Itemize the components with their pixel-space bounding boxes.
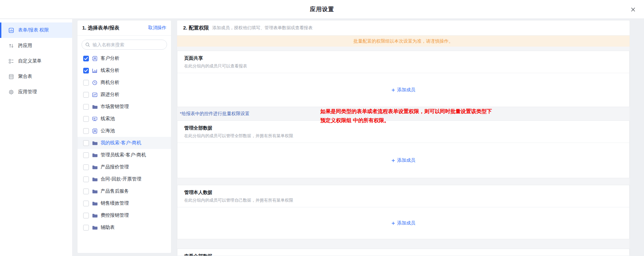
checkbox-unchecked[interactable] [83, 201, 89, 206]
clock-icon [92, 80, 98, 86]
checkbox-unchecked[interactable] [83, 213, 89, 218]
sidebar-item-label: 跨应用 [18, 43, 32, 49]
add-member-button[interactable]: 添加成员 [391, 157, 415, 163]
form-list-panel: 1. 选择表单/报表 取消操作 客户分析线索分析商机分析跟进分析市场营销管理线索… [77, 20, 171, 253]
section-description: 在此分组内的成员只可以查看报表 [184, 63, 623, 69]
permission-section-header: 页面共享在此分组内的成员只可以查看报表 [177, 51, 629, 73]
permission-sections: 页面共享在此分组内的成员只可以查看报表添加成员*给报表中的控件进行批量权限设置管… [177, 51, 630, 256]
checkbox-unchecked[interactable] [83, 92, 89, 98]
form-list-item[interactable]: 辅助表 [77, 221, 171, 234]
folder-icon [92, 104, 98, 110]
sidebar-item[interactable]: 应用管理 [0, 84, 72, 100]
search-icon [85, 42, 90, 47]
form-list-item[interactable]: 销售绩效管理 [77, 197, 171, 209]
page-title: 应用设置 [310, 5, 334, 13]
form-list-item[interactable]: 我的线索-客户-商机 [77, 137, 171, 149]
permission-section: 管理本人数据在此分组内的成员可以管理自己数据，并拥有所有菜单权限添加成员 [177, 185, 630, 239]
checkbox-unchecked[interactable] [83, 140, 89, 146]
permission-section-header: 管理全部数据在此分组内的成员可以管理全部数据，并拥有所有菜单权限 [177, 121, 629, 143]
form-list: 客户分析线索分析商机分析跟进分析市场营销管理线索池公海池我的线索-客户-商机管理… [77, 52, 171, 234]
form-panel-header: 1. 选择表单/报表 取消操作 [77, 20, 171, 36]
permission-panel-header: 2. 配置权限 添加成员，授权他们填写、管理表单数据或查看报表 [177, 20, 630, 36]
section-title: 管理本人数据 [184, 190, 623, 196]
checkbox-checked[interactable] [83, 56, 89, 61]
checkbox-unchecked[interactable] [83, 225, 89, 231]
close-icon [631, 7, 636, 12]
titlebar: 应用设置 [0, 0, 644, 19]
form-item-label: 公海池 [101, 128, 115, 134]
checkbox-unchecked[interactable] [83, 80, 89, 86]
add-member-label: 添加成员 [397, 220, 415, 226]
permission-section-header: 查看全部数据 [177, 249, 629, 256]
add-member-button[interactable]: 添加成员 [391, 220, 415, 226]
form-list-item[interactable]: 公海池 [77, 125, 171, 137]
member-area: 添加成员 [177, 207, 629, 239]
form-list-item[interactable]: 商机分析 [77, 76, 171, 89]
checkbox-unchecked[interactable] [83, 116, 89, 122]
app-settings-window: 应用设置 表单/报表 权限跨应用自定义菜单聚合表应用管理 1. 选择表单/报表 … [0, 0, 644, 256]
sidebar-item[interactable]: 自定义菜单 [0, 53, 72, 69]
section-title: 页面共享 [184, 55, 623, 61]
cross-app-icon [8, 43, 14, 49]
address-book-icon [92, 56, 98, 61]
add-member-label: 添加成员 [397, 157, 415, 163]
cancel-action-link[interactable]: 取消操作 [148, 25, 166, 31]
form-item-label: 商机分析 [101, 80, 119, 86]
form-item-label: 合同-回款-开票管理 [101, 176, 141, 182]
batch-permission-link[interactable]: *给报表中的控件进行批量权限设置 [180, 111, 250, 117]
permission-section: 管理全部数据在此分组内的成员可以管理全部数据，并拥有所有菜单权限添加成员 [177, 120, 630, 178]
form-item-label: 管理员线索-客户-商机 [101, 152, 146, 158]
checkbox-unchecked[interactable] [83, 104, 89, 110]
member-area: 添加成员 [177, 143, 629, 178]
form-list-item[interactable]: 产品报价管理 [77, 161, 171, 173]
close-button[interactable] [629, 6, 637, 13]
permission-section-header: 管理本人数据在此分组内的成员可以管理自己数据，并拥有所有菜单权限 [177, 185, 629, 207]
checkbox-unchecked[interactable] [83, 176, 89, 182]
form-list-item[interactable]: 跟进分析 [77, 89, 171, 101]
monitor-icon [92, 116, 98, 122]
form-list-item[interactable]: 产品售后服务 [77, 185, 171, 197]
notice-banner: 批量配置的权限组以本次设置为准，请谨慎操作。 [177, 36, 630, 47]
search-box[interactable] [82, 40, 167, 50]
member-area: 添加成员 [177, 73, 629, 107]
form-list-item[interactable]: 费控报销管理 [77, 209, 171, 221]
add-member-label: 添加成员 [397, 87, 415, 93]
sidebar-item-label: 应用管理 [18, 89, 37, 95]
form-item-label: 产品售后服务 [101, 188, 129, 194]
permission-panel-subtitle: 添加成员，授权他们填写、管理表单数据或查看报表 [212, 25, 313, 31]
folder-icon [92, 164, 98, 170]
search-input[interactable] [93, 42, 163, 47]
folder-icon [92, 213, 98, 218]
form-item-label: 费控报销管理 [101, 212, 129, 218]
form-list-item[interactable]: 合同-回款-开票管理 [77, 173, 171, 185]
sidebar-item[interactable]: 跨应用 [0, 38, 72, 53]
sidebar-item[interactable]: 表单/报表 权限 [0, 22, 72, 38]
app-manage-icon [8, 89, 14, 95]
sidebar: 表单/报表 权限跨应用自定义菜单聚合表应用管理 [0, 19, 72, 256]
batch-link-strip: *给报表中的控件进行批量权限设置 [177, 107, 630, 120]
permission-panel-title: 2. 配置权限 [183, 25, 209, 31]
form-item-label: 市场营销管理 [101, 104, 129, 110]
sidebar-item[interactable]: 聚合表 [0, 69, 72, 84]
form-item-label: 我的线索-客户-商机 [101, 140, 141, 146]
plus-icon [391, 88, 395, 92]
form-list-item[interactable]: 线索池 [77, 113, 171, 125]
form-item-label: 跟进分析 [101, 92, 119, 98]
form-list-item[interactable]: 管理员线索-客户-商机 [77, 149, 171, 161]
checkbox-unchecked[interactable] [83, 128, 89, 134]
folder-icon [92, 189, 98, 194]
sidebar-item-label: 聚合表 [18, 73, 32, 80]
form-item-label: 辅助表 [101, 224, 115, 231]
form-list-item[interactable]: 客户分析 [77, 52, 171, 64]
checkbox-checked[interactable] [83, 68, 89, 73]
checkbox-unchecked[interactable] [83, 189, 89, 194]
add-member-button[interactable]: 添加成员 [391, 87, 415, 93]
checkbox-unchecked[interactable] [83, 164, 89, 170]
form-list-item[interactable]: 线索分析 [77, 64, 171, 76]
custom-menu-icon [8, 58, 14, 64]
form-list-item[interactable]: 市场营销管理 [77, 101, 171, 113]
section-title: 管理全部数据 [184, 125, 623, 131]
permission-panel: 2. 配置权限 添加成员，授权他们填写、管理表单数据或查看报表 批量配置的权限组… [177, 20, 630, 256]
checkbox-unchecked[interactable] [83, 152, 89, 158]
line-chart-icon [92, 92, 98, 98]
